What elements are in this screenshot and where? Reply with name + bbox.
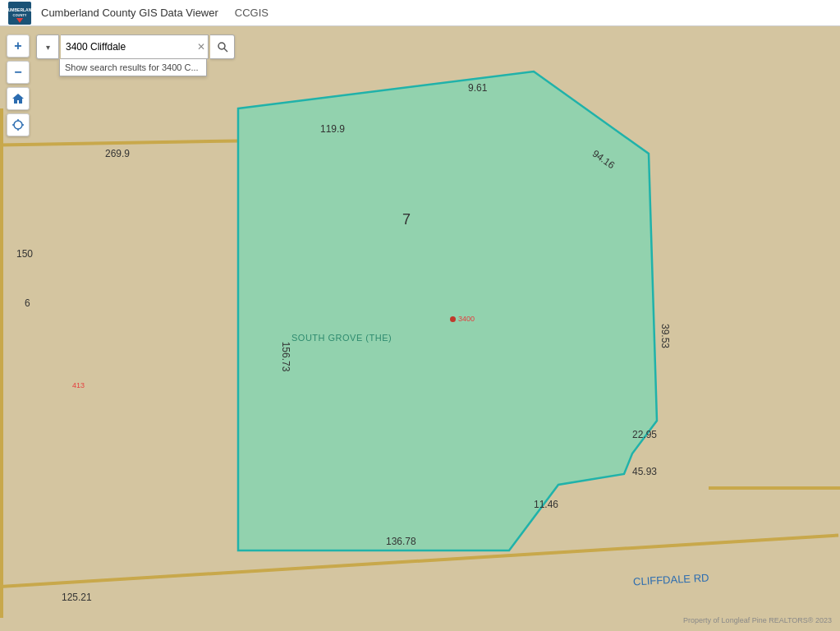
label-269-9: 269.9 xyxy=(105,148,130,159)
label-6: 6 xyxy=(25,297,30,309)
map-controls: + − xyxy=(7,35,30,136)
header: CUMBERLAND COUNTY CUMBERLAND Cumberland … xyxy=(0,0,840,26)
search-clear-button[interactable]: ✕ xyxy=(197,41,205,53)
search-input-wrap: ✕ xyxy=(61,35,209,59)
label-7: 7 xyxy=(402,211,411,228)
label-150: 150 xyxy=(16,248,33,260)
header-title: Cumberland County GIS Data Viewer xyxy=(41,7,218,19)
search-bar: ▾ ✕ Show search results for 3400 C... xyxy=(36,35,235,59)
zoom-in-button[interactable]: + xyxy=(7,35,30,58)
svg-point-4 xyxy=(218,43,225,49)
header-ccgis: CCGIS xyxy=(235,7,269,19)
subdivision-label: SOUTH GROVE (THE) xyxy=(291,333,392,343)
svg-text:COUNTY: COUNTY xyxy=(13,13,27,17)
search-button[interactable] xyxy=(210,35,235,59)
label-136-78: 136.78 xyxy=(386,536,416,547)
parcel-svg xyxy=(0,26,840,631)
search-type-dropdown[interactable]: ▾ xyxy=(36,35,59,59)
label-119-9: 119.9 xyxy=(320,123,345,135)
search-suggestion[interactable]: Show search results for 3400 C... xyxy=(59,59,207,76)
label-125-21: 125.21 xyxy=(62,592,92,603)
label-9-61: 9.61 xyxy=(468,82,487,94)
svg-text:CUMBERLAND: CUMBERLAND xyxy=(8,7,31,12)
map[interactable]: 9.61 119.9 94.16 39.53 22.95 45.93 11.46… xyxy=(0,26,840,631)
zoom-out-button[interactable]: − xyxy=(7,61,30,84)
label-11-46: 11.46 xyxy=(534,499,558,510)
cumberland-logo-icon: CUMBERLAND COUNTY xyxy=(8,2,31,25)
label-413-red: 413 xyxy=(72,381,85,389)
label-22-95: 22.95 xyxy=(632,429,657,440)
label-156-73: 156.73 xyxy=(280,342,291,372)
label-45-93: 45.93 xyxy=(632,466,657,477)
parcel-id-label: 3400 xyxy=(458,315,475,323)
locate-button[interactable] xyxy=(7,113,30,136)
search-input[interactable] xyxy=(61,35,209,59)
parcel-marker: 3400 xyxy=(450,315,475,323)
svg-line-5 xyxy=(224,48,227,52)
svg-marker-11 xyxy=(238,71,657,550)
home-button[interactable] xyxy=(7,87,30,110)
label-39-53: 39.53 xyxy=(659,324,671,348)
watermark: Property of Longleaf Pine REALTORS® 2023 xyxy=(683,616,832,624)
parcel-dot xyxy=(450,316,456,322)
logo-area: CUMBERLAND COUNTY CUMBERLAND xyxy=(8,2,31,25)
svg-point-6 xyxy=(14,121,22,129)
